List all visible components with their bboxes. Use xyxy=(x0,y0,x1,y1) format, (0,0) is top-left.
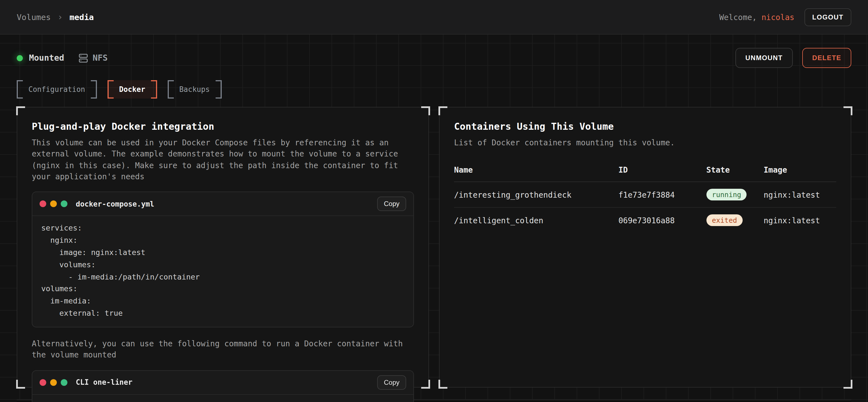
panels-row: Plug-and-play Docker integration This vo… xyxy=(17,107,851,388)
cli-code-content: docker run -v im-media:/path/in/containe… xyxy=(32,395,413,402)
containers-table-body: /interesting_grothendieck f1e73e7f3884 r… xyxy=(454,182,836,233)
container-name-cell: /interesting_grothendieck xyxy=(454,191,618,199)
status-row: Mounted NFS UNMOUNT DELET xyxy=(17,48,851,68)
column-header-name: Name xyxy=(454,166,618,174)
app-root: Volumes › media Welcome, nicolas LOGOUT … xyxy=(0,0,868,402)
logout-button[interactable]: LOGOUT xyxy=(805,8,851,26)
traffic-dot-icon xyxy=(39,200,46,207)
mounted-status-dot-icon xyxy=(17,55,23,61)
container-image-cell: nginx:latest xyxy=(764,216,836,225)
containers-panel-subtitle: List of Docker containers mounting this … xyxy=(454,137,836,148)
column-header-image: Image xyxy=(764,166,836,174)
state-badge: exited xyxy=(706,215,742,226)
traffic-light-dots-icon xyxy=(39,379,67,386)
breadcrumb-current-page: media xyxy=(70,12,94,22)
main-area: Mounted NFS UNMOUNT DELET xyxy=(0,35,868,402)
containers-table-header: NameIDStateImage xyxy=(454,162,836,182)
traffic-dot-icon xyxy=(39,379,46,386)
tab-configuration[interactable]: Configuration xyxy=(17,80,97,99)
table-row: /interesting_grothendieck f1e73e7f3884 r… xyxy=(454,182,836,208)
container-state-cell: exited xyxy=(706,215,764,226)
panel-corner-bracket xyxy=(843,379,852,388)
container-name-cell: /intelligent_colden xyxy=(454,216,618,225)
tab-docker[interactable]: Docker xyxy=(107,80,157,99)
cli-code-block: CLI one-liner Copy docker run -v im-medi… xyxy=(32,370,414,402)
traffic-dot-icon xyxy=(61,200,67,207)
compose-code-header: docker-compose.yml Copy xyxy=(32,192,413,216)
container-image-cell: nginx:latest xyxy=(764,191,836,199)
traffic-light-dots-icon xyxy=(39,200,67,207)
traffic-dot-icon xyxy=(50,200,57,207)
panel-corner-bracket xyxy=(438,106,447,115)
state-badge: running xyxy=(706,189,747,201)
tab-bar: Configuration Docker Backups xyxy=(17,80,851,99)
topbar-right: Welcome, nicolas LOGOUT xyxy=(719,8,851,26)
driver-badge: NFS xyxy=(79,53,107,63)
cli-filename: CLI one-liner xyxy=(76,378,133,387)
compose-code-block: docker-compose.yml Copy services: nginx:… xyxy=(32,192,414,327)
containers-panel: Containers Using This Volume List of Doc… xyxy=(439,107,851,388)
welcome-text: Welcome, nicolas xyxy=(719,12,795,22)
containers-panel-title: Containers Using This Volume xyxy=(454,121,836,132)
panel-corner-bracket xyxy=(438,379,447,388)
column-header-state: State xyxy=(706,166,764,174)
container-id-cell: f1e73e7f3884 xyxy=(618,191,707,199)
compose-filename: docker-compose.yml xyxy=(76,200,154,208)
panel-corner-bracket xyxy=(843,106,852,115)
status-actions: UNMOUNT DELETE xyxy=(735,48,851,68)
cli-intro-text: Alternatively, you can use the following… xyxy=(32,338,414,361)
compose-code-content: services: nginx: image: nginx:latest vol… xyxy=(32,216,413,327)
mounted-status-label: Mounted xyxy=(29,53,64,63)
docker-panel-description: This volume can be used in your Docker C… xyxy=(32,137,414,182)
status-left: Mounted NFS xyxy=(17,53,108,63)
containers-table: NameIDStateImage /interesting_grothendie… xyxy=(454,162,836,233)
table-row: /intelligent_colden 069e73016a88 exited … xyxy=(454,208,836,233)
panel-corner-bracket xyxy=(16,106,25,115)
unmount-button[interactable]: UNMOUNT xyxy=(735,48,793,68)
driver-label: NFS xyxy=(92,53,107,63)
tab-backups[interactable]: Backups xyxy=(167,80,221,99)
server-icon xyxy=(79,53,88,63)
mounted-status: Mounted xyxy=(17,53,64,63)
docker-integration-panel: Plug-and-play Docker integration This vo… xyxy=(17,107,429,388)
cli-code-header: CLI one-liner Copy xyxy=(32,371,413,395)
delete-button[interactable]: DELETE xyxy=(802,48,851,68)
breadcrumb-volumes-link[interactable]: Volumes xyxy=(17,12,51,22)
panel-corner-bracket xyxy=(421,106,430,115)
panel-corner-bracket xyxy=(16,379,25,388)
docker-panel-title: Plug-and-play Docker integration xyxy=(32,121,414,132)
traffic-dot-icon xyxy=(61,379,67,386)
username-text: nicolas xyxy=(762,12,795,22)
traffic-dot-icon xyxy=(50,379,57,386)
column-header-id: ID xyxy=(618,166,707,174)
container-id-cell: 069e73016a88 xyxy=(618,216,707,225)
breadcrumb: Volumes › media xyxy=(17,12,94,22)
container-state-cell: running xyxy=(706,189,764,201)
top-bar: Volumes › media Welcome, nicolas LOGOUT xyxy=(0,0,868,35)
chevron-right-icon: › xyxy=(57,12,63,22)
welcome-prefix: Welcome, xyxy=(719,12,757,22)
compose-copy-button[interactable]: Copy xyxy=(377,197,406,211)
panel-corner-bracket xyxy=(421,379,430,388)
cli-copy-button[interactable]: Copy xyxy=(377,375,406,390)
